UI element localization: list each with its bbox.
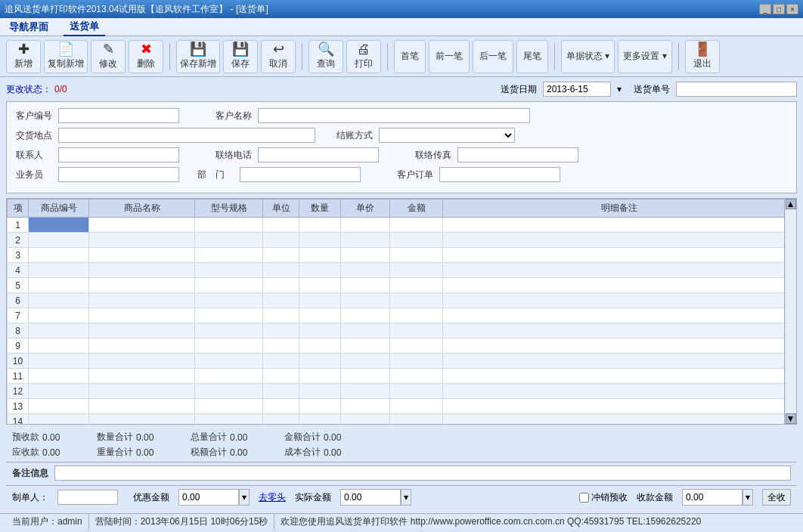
tax-total-value: 0.00 [230,447,260,458]
fax-input[interactable] [457,147,578,162]
order-num-input[interactable] [676,82,797,97]
current-user: 当前用户：admin [6,514,89,530]
offset-checkbox-label[interactable]: 冲销预收 [579,491,628,504]
cost-total-item: 成本合计 0.00 [284,446,354,459]
qty-total-label: 数量合计 [97,431,133,444]
menu-delivery[interactable]: 送货单 [64,18,105,36]
row-product-id[interactable] [29,218,89,233]
total-qty-value: 0.00 [230,432,260,443]
customer-id-input[interactable] [58,108,179,123]
new-button[interactable]: ✚ 新增 [6,40,41,73]
go-top-btn[interactable]: 去零头 [259,491,286,504]
collect-input[interactable] [682,489,743,506]
more-settings-dropdown[interactable]: 更多设置 ▾ [618,40,671,73]
actual-dropdown-btn[interactable]: ▾ [401,489,411,506]
row-price[interactable] [341,218,390,233]
table-row[interactable]: 5 [8,278,796,293]
amount-total-label: 金额合计 [284,431,321,444]
query-button[interactable]: 🔍 查询 [308,40,343,73]
notes-input[interactable] [54,466,791,481]
minimize-button[interactable]: _ [759,4,771,14]
row-qty[interactable] [299,218,341,233]
actual-label: 实际金额 [295,491,331,504]
delivery-loc-input[interactable] [58,128,315,143]
table-body: 1 2 3 [8,218,796,425]
save-new-button[interactable]: 💾 保存新增 [176,40,220,73]
cancel-button[interactable]: ↩ 取消 [261,40,296,73]
scroll-up-button[interactable]: ▲ [786,199,796,209]
contact-input[interactable] [58,147,179,162]
discount-dropdown-btn[interactable]: ▾ [239,489,250,506]
print-button[interactable]: 🖨 打印 [346,40,381,73]
collect-all-button[interactable]: 全收 [762,489,791,506]
salesperson-input[interactable] [58,167,179,182]
qty-total-value: 0.00 [136,432,166,443]
actual-group: ▾ [340,489,411,506]
offset-checkbox[interactable] [579,493,589,503]
col-header-price: 单价 [341,200,390,218]
maker-input[interactable] [57,490,118,505]
data-table-container: 项 商品编号 商品名称 型号规格 单位 数量 单价 金额 明细备注 1 [6,198,797,425]
presave-label: 预收款 [12,431,39,444]
table-row[interactable]: 13 [8,399,796,414]
col-header-item: 项 [8,200,29,218]
discount-input[interactable] [178,489,239,506]
label-delivery-loc: 交货地点 [16,129,52,142]
table-row[interactable]: 2 [8,233,796,248]
next-record-button[interactable]: 后一笔 [473,40,513,73]
table-row[interactable]: 11 [8,369,796,384]
form-row-3: 联系人 联络电话 联络传真 [16,147,787,162]
table-row[interactable]: 1 [8,218,796,233]
form-row-4: 业务员 部 门 客户订单 [16,167,787,182]
last-record-button[interactable]: 尾笔 [516,40,548,73]
order-num-label: 送货单号 [634,83,670,96]
delivery-date-input[interactable] [543,82,611,97]
edit-button[interactable]: ✎ 修改 [91,40,126,73]
cust-order-input[interactable] [439,167,560,182]
save-button[interactable]: 💾 保存 [223,40,258,73]
customer-name-input[interactable] [258,108,530,123]
prev-record-button[interactable]: 前一笔 [429,40,470,73]
close-button[interactable]: × [786,4,798,14]
table-row[interactable]: 10 [8,354,796,369]
actual-input[interactable] [340,489,401,506]
tax-total-label: 税额合计 [191,446,227,459]
row-unit[interactable] [263,218,299,233]
table-row[interactable]: 3 [8,248,796,263]
table-row[interactable]: 7 [8,308,796,323]
phone-input[interactable] [258,147,379,162]
row-model[interactable] [195,218,263,233]
table-header: 项 商品编号 商品名称 型号规格 单位 数量 单价 金额 明细备注 [8,200,796,218]
weight-total-item: 重量合计 0.00 [97,446,166,459]
maximize-button[interactable]: □ [773,4,785,14]
row-amount[interactable] [390,218,443,233]
scroll-down-button[interactable]: ▼ [786,413,796,424]
payment-select[interactable] [379,128,515,143]
vertical-scrollbar[interactable]: ▲ ▼ [784,199,796,424]
delete-button[interactable]: ✖ 删除 [129,40,163,73]
presave-value: 0.00 [42,432,73,443]
table-row[interactable]: 12 [8,384,796,399]
toolbar: ✚ 新增 📄 复制新增 ✎ 修改 ✖ 删除 💾 保存新增 💾 保存 ↩ 取消 🔍… [0,36,803,77]
table-row[interactable]: 14 [8,414,796,425]
row-product-name[interactable] [89,218,195,233]
scroll-track [786,209,796,413]
table-row[interactable]: 4 [8,263,796,278]
menu-bar: 导航界面 送货单 [0,18,803,36]
table-row[interactable]: 8 [8,323,796,339]
doc-status-dropdown[interactable]: 单据状态 ▾ [561,40,615,73]
label-customer-id: 客户编号 [16,110,52,122]
label-cust-order: 客户订单 [397,169,433,181]
copy-new-button[interactable]: 📄 复制新增 [44,40,88,73]
row-notes[interactable] [443,218,796,233]
first-record-button[interactable]: 首笔 [394,40,426,73]
menu-navigation[interactable]: 导航界面 [3,19,54,36]
collect-dropdown-btn[interactable]: ▾ [743,489,753,506]
weight-total-value: 0.00 [136,447,166,458]
dept-input[interactable] [240,167,361,182]
delete-icon: ✖ [141,42,152,56]
exit-button[interactable]: 🚪 退出 [685,40,720,73]
discount-group: ▾ [178,489,250,506]
table-row[interactable]: 9 [8,339,796,354]
table-row[interactable]: 6 [8,293,796,308]
